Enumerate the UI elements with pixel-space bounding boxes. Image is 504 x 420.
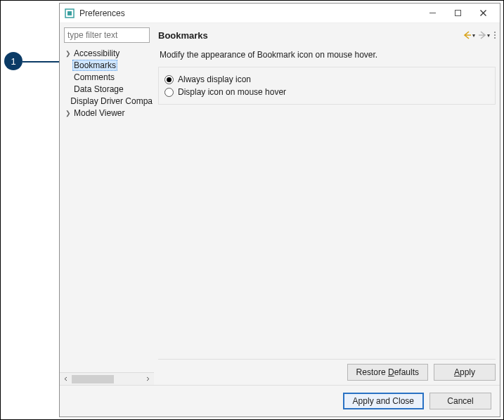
- filter-input[interactable]: [64, 27, 150, 43]
- tree-item-label: Display Driver Compa: [69, 96, 154, 106]
- preferences-tree[interactable]: ❯ Accessibility Bookmarks Comments Data …: [60, 47, 154, 372]
- tree-item-accessibility[interactable]: ❯ Accessibility: [64, 47, 154, 59]
- restore-defaults-button[interactable]: Restore Defaults: [347, 364, 428, 381]
- panel-button-row: Restore Defaults Apply: [158, 359, 496, 385]
- apply-and-close-button[interactable]: Apply and Close: [343, 393, 424, 409]
- titlebar: Preferences: [60, 4, 500, 23]
- scroll-right-button[interactable]: [142, 373, 154, 385]
- callout-marker-1: 1: [4, 52, 22, 70]
- tree-item-label: Comments: [72, 72, 116, 82]
- nav-forward-button[interactable]: ▾: [478, 31, 490, 39]
- svg-rect-3: [455, 11, 460, 16]
- tree-item-comments[interactable]: Comments: [64, 71, 154, 83]
- options-panel: Always display icon Display icon on mous…: [158, 67, 496, 105]
- dropdown-caret-icon: ▾: [487, 32, 490, 39]
- radio-label: Always display icon: [178, 74, 251, 84]
- main-panel: Bookmarks ▾ ▾ Modify the appearance of B…: [154, 23, 500, 385]
- scroll-thumb[interactable]: [72, 375, 114, 383]
- tree-item-data-storage[interactable]: Data Storage: [64, 83, 154, 95]
- horizontal-scrollbar[interactable]: [60, 372, 154, 385]
- tree-item-label: Data Storage: [72, 84, 125, 94]
- radio-on-hover[interactable]: Display icon on mouse hover: [164, 86, 489, 98]
- nav-back-button[interactable]: ▾: [463, 31, 475, 39]
- tree-item-display-driver[interactable]: Display Driver Compa: [64, 95, 154, 107]
- maximize-button[interactable]: [445, 5, 470, 22]
- svg-rect-1: [67, 11, 72, 15]
- callout-number: 1: [11, 56, 15, 67]
- chevron-right-icon: ❯: [64, 50, 72, 57]
- page-header: Bookmarks ▾ ▾: [158, 27, 496, 43]
- radio-icon: [164, 88, 174, 97]
- dropdown-caret-icon: ▾: [472, 32, 475, 39]
- apply-button[interactable]: Apply: [434, 364, 496, 381]
- tree-item-bookmarks[interactable]: Bookmarks: [64, 59, 154, 71]
- tree-item-label: Accessibility: [72, 48, 121, 58]
- sidebar: ❯ Accessibility Bookmarks Comments Data …: [60, 23, 154, 385]
- page-description: Modify the appearance of Bookmark icon o…: [160, 50, 494, 60]
- tree-item-label: Model Viewer: [72, 108, 126, 118]
- window-title: Preferences: [79, 8, 125, 18]
- radio-icon: [164, 75, 174, 84]
- radio-always-display[interactable]: Always display icon: [164, 73, 489, 86]
- tree-item-label: Bookmarks: [72, 60, 117, 71]
- body-area: ❯ Accessibility Bookmarks Comments Data …: [60, 23, 500, 385]
- minimize-button[interactable]: [420, 5, 445, 22]
- radio-label: Display icon on mouse hover: [178, 87, 286, 97]
- chevron-right-icon: ❯: [64, 110, 72, 117]
- close-button[interactable]: [470, 5, 496, 22]
- scroll-left-button[interactable]: [60, 373, 72, 385]
- kebab-menu-icon[interactable]: [494, 32, 496, 39]
- cancel-button[interactable]: Cancel: [429, 393, 491, 409]
- app-icon: [64, 8, 75, 19]
- page-title: Bookmarks: [158, 30, 208, 41]
- preferences-window: Preferences ❯ Accessibility Bookma: [59, 3, 500, 417]
- scroll-track[interactable]: [72, 375, 142, 383]
- dialog-button-row: Apply and Close Cancel: [60, 385, 500, 416]
- tree-item-model-viewer[interactable]: ❯ Model Viewer: [64, 107, 154, 119]
